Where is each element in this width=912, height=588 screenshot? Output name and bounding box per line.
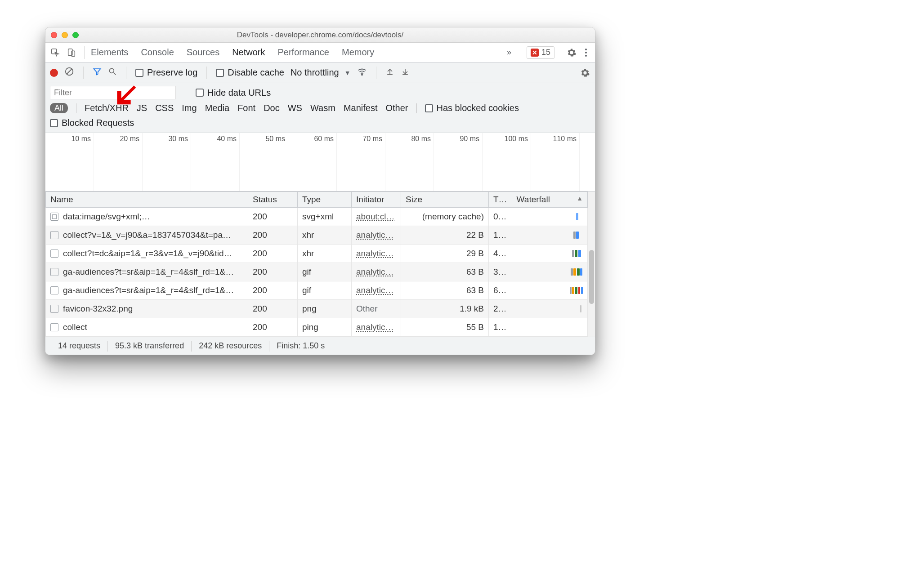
checkbox-icon — [216, 69, 224, 77]
request-time: 1… — [489, 226, 512, 245]
tab-sources[interactable]: Sources — [187, 47, 219, 58]
request-initiator[interactable]: analytic… — [352, 318, 401, 337]
request-initiator[interactable]: analytic… — [352, 281, 401, 300]
file-icon — [50, 268, 58, 276]
svg-rect-0 — [52, 49, 57, 53]
type-filter-font[interactable]: Font — [237, 103, 255, 113]
request-initiator[interactable]: analytic… — [352, 263, 401, 281]
more-options-icon[interactable] — [581, 47, 591, 58]
timeline-tick: 10 ms — [45, 133, 94, 191]
request-initiator[interactable]: analytic… — [352, 245, 401, 263]
request-initiator[interactable]: about:cl… — [352, 208, 401, 226]
status-requests: 14 requests — [51, 341, 107, 351]
request-name: data:image/svg+xml;… — [63, 212, 150, 222]
table-header-row: Name Status Type Initiator Size T… Water… — [46, 192, 588, 208]
request-waterfall — [512, 226, 587, 245]
type-filter-media[interactable]: Media — [205, 103, 229, 113]
separator — [83, 67, 84, 79]
separator — [376, 67, 376, 79]
request-status: 200 — [248, 281, 298, 300]
request-type: png — [298, 300, 352, 318]
table-row[interactable]: favicon-32x32.png200pngOther1.9 kB2… — [46, 300, 588, 318]
table-row[interactable]: collect200pinganalytic…55 B1… — [46, 318, 588, 337]
col-time[interactable]: T… — [489, 192, 512, 208]
network-settings-icon[interactable] — [580, 67, 590, 78]
table-row[interactable]: ga-audiences?t=sr&aip=1&_r=4&slf_rd=1&…2… — [46, 281, 588, 300]
throttling-select[interactable]: No throttling ▼ — [291, 67, 351, 78]
disable-cache-label: Disable cache — [228, 67, 284, 78]
has-blocked-cookies-checkbox[interactable]: Has blocked cookies — [425, 103, 519, 113]
preserve-log-checkbox[interactable]: Preserve log — [135, 67, 197, 78]
status-bar: 14 requests 95.3 kB transferred 242 kB r… — [45, 337, 595, 355]
type-filter-wasm[interactable]: Wasm — [310, 103, 335, 113]
type-filter-js[interactable]: JS — [137, 103, 147, 113]
device-toggle-icon[interactable] — [65, 46, 78, 59]
export-har-icon[interactable] — [401, 67, 410, 78]
network-toolbar: Preserve log Disable cache No throttling… — [45, 62, 595, 83]
table-row[interactable]: ga-audiences?t=sr&aip=1&_r=4&slf_rd=1&…2… — [46, 263, 588, 281]
type-filter-img[interactable]: Img — [182, 103, 197, 113]
inspect-element-icon[interactable] — [49, 46, 62, 59]
file-icon — [50, 213, 58, 221]
request-status: 200 — [248, 226, 298, 245]
record-button[interactable] — [50, 69, 58, 77]
table-row[interactable]: collect?v=1&_v=j90&a=1837457034&t=pa…200… — [46, 226, 588, 245]
tab-network[interactable]: Network — [232, 47, 265, 58]
separator — [84, 46, 85, 59]
separator — [76, 103, 76, 113]
request-name: ga-audiences?t=sr&aip=1&_r=4&slf_rd=1&… — [63, 267, 234, 277]
vertical-scrollbar[interactable] — [588, 192, 595, 337]
disable-cache-checkbox[interactable]: Disable cache — [216, 67, 284, 78]
more-panels-icon[interactable]: » — [507, 48, 511, 57]
timeline-tick: 30 ms — [143, 133, 191, 191]
timeline-tick: 70 ms — [337, 133, 385, 191]
import-har-icon[interactable] — [385, 67, 394, 78]
table-row[interactable]: collect?t=dc&aip=1&_r=3&v=1&_v=j90&tid…2… — [46, 245, 588, 263]
type-filter-other[interactable]: Other — [385, 103, 408, 113]
settings-icon[interactable] — [566, 47, 577, 58]
type-filter-css[interactable]: CSS — [155, 103, 174, 113]
status-transferred: 95.3 kB transferred — [108, 341, 191, 351]
request-initiator[interactable]: analytic… — [352, 226, 401, 245]
request-size: 63 B — [401, 281, 489, 300]
col-name[interactable]: Name — [46, 192, 248, 208]
hide-data-urls-checkbox[interactable]: Hide data URLs — [196, 88, 271, 98]
request-size: 22 B — [401, 226, 489, 245]
type-filter-manifest[interactable]: Manifest — [344, 103, 378, 113]
filter-toggle-icon[interactable] — [93, 67, 102, 78]
request-size: 55 B — [401, 318, 489, 337]
request-size: 29 B — [401, 245, 489, 263]
file-icon — [50, 286, 58, 294]
tab-memory[interactable]: Memory — [342, 47, 374, 58]
separator — [416, 103, 417, 113]
scrollbar-thumb[interactable] — [589, 250, 594, 304]
table-row[interactable]: data:image/svg+xml;…200svg+xmlabout:cl…(… — [46, 208, 588, 226]
search-icon[interactable] — [108, 67, 117, 78]
tab-performance[interactable]: Performance — [278, 47, 330, 58]
blocked-requests-checkbox[interactable]: Blocked Requests — [50, 118, 134, 128]
request-waterfall — [512, 245, 587, 263]
svg-point-5 — [109, 68, 114, 73]
panel-tabs-bar: ElementsConsoleSourcesNetworkPerformance… — [45, 43, 595, 62]
clear-button[interactable] — [64, 67, 74, 79]
request-waterfall — [512, 318, 587, 337]
col-waterfall[interactable]: Waterfall — [512, 192, 587, 208]
col-size[interactable]: Size — [401, 192, 489, 208]
request-name: favicon-32x32.png — [63, 304, 133, 314]
type-filter-doc[interactable]: Doc — [264, 103, 280, 113]
request-initiator[interactable]: Other — [352, 300, 401, 318]
col-initiator[interactable]: Initiator — [352, 192, 401, 208]
tab-console[interactable]: Console — [141, 47, 174, 58]
file-icon — [50, 305, 58, 313]
col-status[interactable]: Status — [248, 192, 298, 208]
col-type[interactable]: Type — [298, 192, 352, 208]
type-filter-all[interactable]: All — [50, 103, 68, 113]
tab-elements[interactable]: Elements — [91, 47, 128, 58]
type-filter-ws[interactable]: WS — [288, 103, 302, 113]
error-count-badge[interactable]: ✕ 15 — [527, 46, 554, 59]
preserve-log-label: Preserve log — [147, 67, 197, 78]
timeline-overview[interactable]: 10 ms20 ms30 ms40 ms50 ms60 ms70 ms80 ms… — [45, 133, 595, 192]
network-conditions-icon[interactable] — [357, 67, 367, 79]
request-status: 200 — [248, 318, 298, 337]
request-time: 6… — [489, 281, 512, 300]
